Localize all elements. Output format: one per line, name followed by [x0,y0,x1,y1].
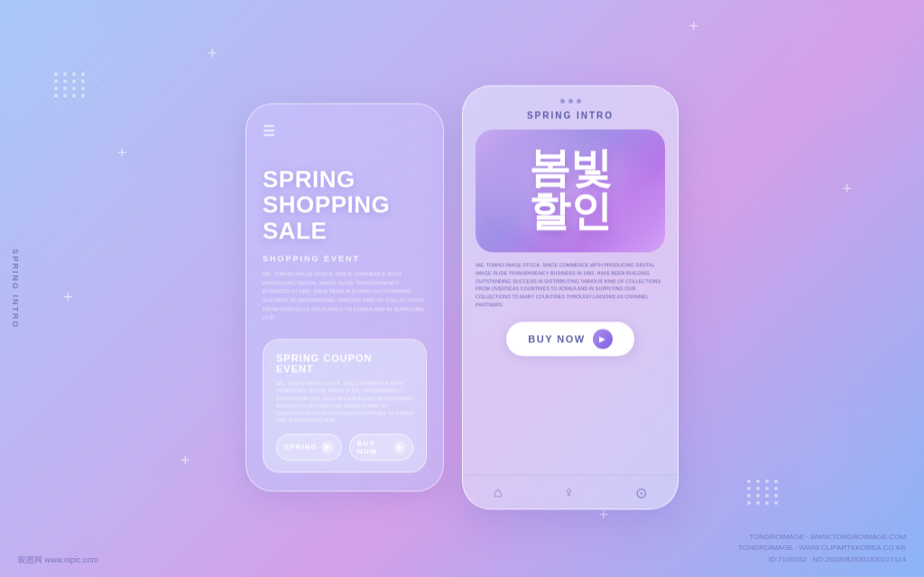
coupon-description: WE, TONHO IMAGE STOCK, SINCE COMMERCE WI… [276,379,413,424]
korean-text-card: 봄빛할인 [476,129,665,253]
site-info-2: TONGROIMAGE · WWW.CLIPARTKKOREA.CO.KR [738,543,906,554]
korean-text: 봄빛할인 [490,145,651,233]
nipic-watermark: 昵图网 www.nipic.com [18,554,98,566]
deco-circle-4 [798,405,915,523]
deco-circle-3 [789,9,897,117]
plus-deco-7: + [117,144,127,161]
spring-intro-header: SPRING INTRO [463,103,678,129]
dot-grid-1 [54,72,87,98]
buy-now-button-left[interactable]: BUY NOW ▶ [349,433,413,461]
plus-deco-4: + [63,289,73,305]
spring-button[interactable]: SPRING ▶ [276,433,342,461]
hamburger-menu-icon[interactable]: ☰ [263,122,427,139]
deco-circle-1 [0,0,117,126]
phone-left-content: ☰ SPRINGSHOPPINGSALE SHOPPING EVENT WE, … [263,122,427,472]
deco-circle-6 [90,469,180,559]
right-phone-description: WE, TONHO IMAGE STOCK, SINCE COMMENCE WI… [463,252,678,316]
nipic-text: 昵图网 www.nipic.com [18,554,98,566]
buy-now-label: BUY NOW [528,333,585,344]
left-phone-description: WE, TONHO IMAGE STOCK, SINCE COMMENCE WI… [263,271,427,323]
coupon-buttons: SPRING ▶ BUY NOW ▶ [276,433,413,461]
phone-status-dots [463,86,678,103]
search-nav-icon[interactable]: ⊙ [635,484,647,501]
buy-now-section: BUY NOW ▶ [463,316,678,368]
dot-grid-2 [747,479,780,505]
plus-deco-2: + [688,18,698,34]
plus-deco-5: + [180,452,190,469]
plus-deco-3: + [842,181,852,197]
user-nav-icon[interactable]: ♀ [563,484,574,500]
shopping-event-label: SHOPPING EVENT [263,255,427,264]
phones-container: ☰ SPRINGSHOPPINGSALE SHOPPING EVENT WE, … [245,85,679,509]
buy-now-btn-arrow-left: ▶ [394,441,405,453]
phone-left: ☰ SPRINGSHOPPINGSALE SHOPPING EVENT WE, … [245,103,444,491]
coupon-card: SPRING COUPON EVENT WE, TONHO IMAGE STOC… [263,339,427,472]
home-nav-icon[interactable]: ⌂ [494,484,503,500]
coupon-title: SPRING COUPON EVENT [276,352,413,374]
site-info-1: TONGROIMAGE · WWW.TONGROIMAGE.COM [738,532,906,544]
image-id: ID:71063S2 · NO.20220829201820227124 [738,554,906,566]
bottom-info: TONGROIMAGE · WWW.TONGROIMAGE.COM TONGRO… [738,532,906,566]
phone-right: SPRING INTRO 봄빛할인 WE, TONHO IMAGE STOCK,… [462,85,679,509]
plus-deco-1: + [208,45,217,61]
deco-circle-5 [780,414,852,487]
watermark-left: SPRING INTRO [11,248,20,329]
bottom-navigation: ⌂ ♀ ⊙ [463,474,678,508]
play-icon: ▶ [593,329,613,349]
spring-btn-arrow: ▶ [321,441,334,453]
buy-now-button-right[interactable]: BUY NOW ▶ [506,321,633,356]
spring-sale-title: SPRINGSHOPPINGSALE [263,166,427,244]
deco-circle-2 [18,144,144,271]
